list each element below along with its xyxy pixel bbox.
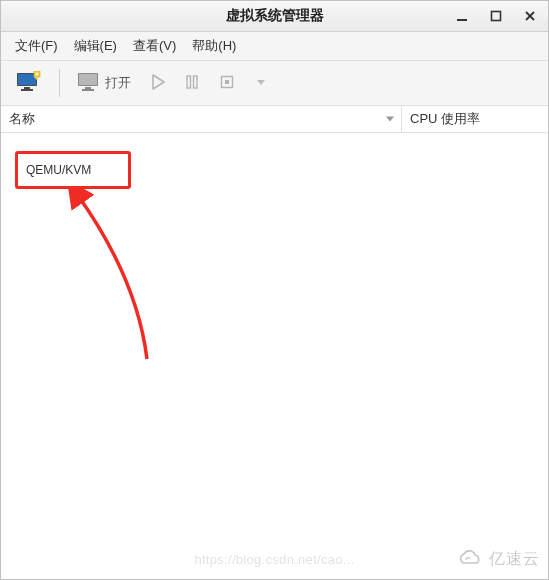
- column-headers: 名称 CPU 使用率: [1, 106, 548, 133]
- svg-rect-11: [79, 74, 97, 85]
- play-icon: [151, 74, 165, 93]
- svg-rect-18: [225, 80, 229, 84]
- svg-point-9: [36, 72, 38, 74]
- shutdown-menu-button[interactable]: [248, 66, 274, 100]
- svg-rect-0: [457, 19, 467, 21]
- svg-rect-12: [85, 87, 91, 89]
- column-header-cpu-label: CPU 使用率: [410, 110, 480, 128]
- window-controls: [450, 6, 542, 26]
- svg-rect-15: [187, 76, 191, 88]
- close-button[interactable]: [518, 6, 542, 26]
- column-header-cpu[interactable]: CPU 使用率: [402, 106, 548, 132]
- svg-marker-20: [386, 117, 394, 122]
- menu-bar: 文件(F) 编辑(E) 查看(V) 帮助(H): [1, 32, 548, 61]
- stop-icon: [219, 74, 235, 93]
- app-window: 虚拟系统管理器 文件(F) 编辑(E) 查看(V) 帮助(H): [0, 0, 549, 580]
- svg-rect-13: [82, 89, 94, 91]
- sort-indicator-icon[interactable]: [385, 112, 395, 127]
- run-vm-button[interactable]: [144, 66, 172, 100]
- connection-row[interactable]: QEMU/KVM: [15, 151, 131, 189]
- monitor-icon: [77, 71, 101, 96]
- toolbar-separator: [59, 69, 60, 97]
- shutdown-vm-button[interactable]: [212, 66, 242, 100]
- menu-file[interactable]: 文件(F): [7, 34, 66, 58]
- new-vm-button[interactable]: [9, 66, 49, 100]
- minimize-button[interactable]: [450, 6, 474, 26]
- monitor-new-icon: [16, 71, 42, 96]
- connection-label: QEMU/KVM: [26, 163, 91, 177]
- chevron-down-icon: [255, 76, 267, 91]
- column-header-name-label: 名称: [9, 110, 35, 128]
- annotation-arrow: [27, 189, 167, 369]
- menu-edit[interactable]: 编辑(E): [66, 34, 125, 58]
- toolbar: 打开: [1, 61, 548, 106]
- svg-marker-14: [153, 75, 164, 89]
- svg-marker-19: [257, 80, 265, 85]
- svg-rect-16: [194, 76, 198, 88]
- title-bar: 虚拟系统管理器: [1, 1, 548, 32]
- menu-view[interactable]: 查看(V): [125, 34, 184, 58]
- vm-list: QEMU/KVM: [1, 133, 548, 579]
- pause-icon: [185, 74, 199, 93]
- menu-help[interactable]: 帮助(H): [184, 34, 244, 58]
- svg-rect-6: [24, 87, 30, 89]
- column-header-name[interactable]: 名称: [1, 106, 402, 132]
- open-vm-label: 打开: [105, 74, 131, 92]
- svg-rect-1: [492, 12, 501, 21]
- open-vm-button[interactable]: 打开: [70, 66, 138, 100]
- pause-vm-button[interactable]: [178, 66, 206, 100]
- maximize-button[interactable]: [484, 6, 508, 26]
- svg-rect-7: [21, 89, 33, 91]
- svg-rect-5: [18, 74, 36, 85]
